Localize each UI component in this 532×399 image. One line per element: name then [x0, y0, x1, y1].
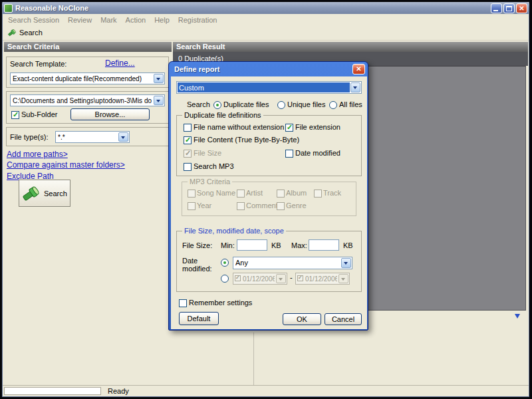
- template-group: Search Template: Define... Exact-content…: [6, 57, 169, 88]
- dialog-body: Custom Search Duplicate files Unique fil…: [171, 76, 367, 329]
- dialog-titlebar[interactable]: Define report: [169, 62, 368, 76]
- minimize-icon: [493, 10, 498, 11]
- filetype-group: File type(s): *.*: [6, 127, 169, 146]
- min-size-input[interactable]: [237, 239, 267, 251]
- comment-label: Comment: [246, 201, 278, 209]
- dialog-close-button[interactable]: ✕: [352, 64, 365, 74]
- mp3-criteria-title: MP3 Criteria: [188, 178, 232, 186]
- flashlight-icon: [7, 28, 17, 37]
- filetype-combo[interactable]: *.*: [55, 131, 130, 143]
- maximize-icon: [506, 6, 512, 11]
- remember-settings-checkbox[interactable]: [179, 299, 187, 307]
- template-combo-value: Exact-content duplicate file(Recommended…: [13, 74, 152, 83]
- date-modified-row-label-2: modified:: [182, 265, 212, 273]
- add-more-paths-link[interactable]: Add more paths>: [7, 150, 68, 159]
- date-to-check-icon: [297, 275, 303, 281]
- folder-combo-value: C:\Documents and Settings\uptodown-3\Mis…: [13, 96, 152, 105]
- date-modified-checkbox[interactable]: [285, 150, 293, 158]
- file-extension-checkbox[interactable]: [285, 124, 293, 132]
- search-criteria-panel: Search Criteria Search Template: Define.…: [4, 42, 172, 386]
- year-label: Year: [197, 201, 211, 209]
- radio-unique-files[interactable]: [277, 101, 285, 109]
- menubar: Search Session Review Mark Action Help R…: [3, 14, 529, 25]
- song-name-checkbox: [188, 190, 196, 198]
- chevron-down-icon: [276, 274, 286, 283]
- min-kb-label: KB: [271, 241, 281, 249]
- duplicate-definitions-group: Duplicate file definitions File name wit…: [176, 115, 362, 176]
- search-mp3-checkbox[interactable]: [184, 163, 192, 171]
- mp3-criteria-group: MP3 Criteria Song Name Artist Album Trac…: [182, 182, 356, 216]
- search-criteria-header: Search Criteria: [4, 42, 172, 52]
- desktop: Reasonable NoClone ✕ Search Session Revi…: [0, 0, 532, 399]
- file-content-checkbox[interactable]: [184, 136, 192, 144]
- chevron-down-icon[interactable]: [341, 258, 351, 268]
- app-titlebar[interactable]: Reasonable NoClone ✕: [2, 2, 529, 14]
- filename-without-ext-checkbox[interactable]: [184, 124, 192, 132]
- album-label: Album: [286, 189, 307, 197]
- date-range-radio[interactable]: [221, 275, 229, 283]
- date-any-combo[interactable]: Any: [233, 257, 352, 269]
- close-button[interactable]: ✕: [516, 3, 527, 13]
- file-extension-label: File extension: [295, 123, 340, 131]
- album-checkbox: [277, 190, 285, 198]
- template-label: Search Template:: [10, 60, 66, 68]
- radio-all-files-label: All files: [339, 100, 362, 108]
- preset-combo[interactable]: Custom: [176, 81, 362, 94]
- menu-help[interactable]: Help: [154, 16, 170, 24]
- app-icon: [4, 4, 13, 13]
- max-size-input[interactable]: [309, 239, 339, 251]
- min-label: Min:: [221, 241, 235, 249]
- date-modified-row-label-1: Date: [182, 257, 198, 265]
- compare-master-folders-link[interactable]: Compare against master folders>: [7, 160, 125, 170]
- menu-search-session[interactable]: Search Session: [8, 16, 59, 24]
- max-kb-label: KB: [343, 241, 353, 249]
- date-to-value: 01/12/2006: [305, 275, 337, 283]
- subfolder-checkbox[interactable]: [11, 111, 19, 119]
- chevron-down-icon[interactable]: [154, 96, 164, 105]
- folder-combo[interactable]: C:\Documents and Settings\uptodown-3\Mis…: [10, 94, 165, 106]
- radio-duplicate-files[interactable]: [213, 101, 221, 109]
- menu-mark[interactable]: Mark: [100, 16, 116, 24]
- ok-button[interactable]: OK: [283, 313, 321, 325]
- track-checkbox: [314, 190, 322, 198]
- date-any-combo-value: Any: [235, 259, 340, 267]
- template-combo[interactable]: Exact-content duplicate file(Recommended…: [10, 72, 165, 84]
- date-to-picker: 01/12/2006: [295, 273, 350, 285]
- window-controls: ✕: [491, 3, 527, 13]
- chevron-down-icon[interactable]: [154, 74, 164, 83]
- search-result-header: Search Result: [173, 42, 528, 52]
- column-divider: [253, 332, 254, 385]
- blue-arrow-icon[interactable]: [513, 312, 521, 320]
- date-any-radio[interactable]: [221, 259, 229, 267]
- minimize-button[interactable]: [491, 3, 502, 13]
- date-modified-label: Date modified: [295, 149, 340, 157]
- artist-label: Artist: [246, 189, 263, 197]
- define-report-dialog: Define report ✕ Custom Search Duplicate …: [168, 61, 368, 331]
- status-field[interactable]: [4, 387, 101, 395]
- year-checkbox: [188, 202, 196, 210]
- chevron-down-icon[interactable]: [118, 132, 128, 142]
- filename-without-ext-label: File name without extension: [194, 123, 284, 131]
- filesize-label: File Size:: [182, 241, 212, 249]
- file-size-label: File Size: [194, 149, 221, 157]
- chevron-down-icon[interactable]: [350, 82, 360, 92]
- maximize-button[interactable]: [503, 3, 515, 13]
- app-title: Reasonable NoClone: [15, 4, 491, 12]
- menu-registration[interactable]: Registration: [178, 16, 217, 24]
- track-label: Track: [323, 189, 341, 197]
- radio-all-files[interactable]: [329, 101, 337, 109]
- define-link[interactable]: Define...: [105, 59, 135, 68]
- radio-duplicate-files-label: Duplicate files: [223, 100, 269, 108]
- menu-review[interactable]: Review: [68, 16, 92, 24]
- size-date-scope-group: File Size, modified date, scope File Siz…: [176, 231, 362, 292]
- default-button[interactable]: Default: [179, 312, 219, 325]
- cancel-button[interactable]: Cancel: [325, 313, 362, 325]
- preset-combo-value: Custom: [178, 82, 350, 92]
- comment-checkbox: [237, 202, 245, 210]
- remember-settings-label: Remember settings: [189, 299, 252, 307]
- menu-action[interactable]: Action: [126, 16, 146, 24]
- browse-button[interactable]: Browse...: [70, 108, 150, 120]
- filetype-label: File type(s):: [10, 133, 48, 141]
- toolbar-search-button[interactable]: Search: [6, 27, 48, 38]
- search-button[interactable]: Search: [19, 180, 70, 207]
